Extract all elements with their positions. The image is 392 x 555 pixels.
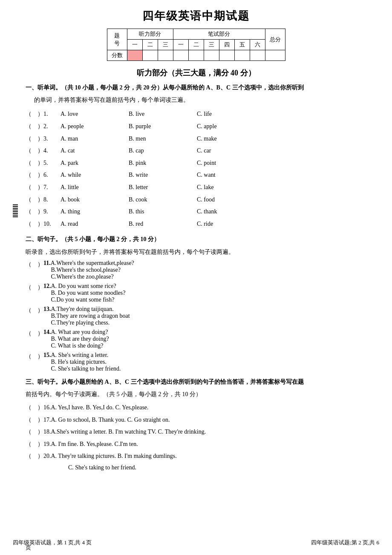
paren: （ ） [26,426,43,438]
paren: （ ） [26,133,43,145]
score-l2-value [142,50,158,61]
paren: （ ） [26,307,43,314]
paren: （ ） [26,182,43,193]
part3-label2: 前括号内。每个句子读两遍。（共 5 小题，每小题 2 分，共 10 分） [26,389,366,400]
list-item: （ ）13.A.They're doing taijiquan. B.They … [26,306,366,326]
choice-c: C. car [197,145,211,157]
choice-b: B. pink [129,158,197,169]
footer-right: 四年级英语试题;第 2 页,共 6 [311,539,379,546]
paren: （ ） [26,206,43,218]
choice-b: B. write [129,170,197,181]
sentence-line: C.Do you want some fish? [43,296,366,303]
paren: （ ） [26,261,43,268]
choice-c: C. apple [197,121,217,132]
choice-b: B. live [129,109,197,120]
score-w5-value [234,50,250,61]
paren: （ ） [26,402,43,414]
sentence-content: 14.A. What are you doing? B. What are th… [43,329,366,349]
q-num-line: 11.A.Where's the supermatket,please? [43,260,366,267]
list-item: （ ）4.A. catB. capC. car [26,145,366,157]
margin-decoration [13,204,18,217]
choice-c: C. make [197,133,217,145]
choice-a: A. thing [61,206,129,218]
list-item: （ ）12.A. Do you want some rice? B. Do yo… [26,283,366,303]
choice-a: A. cat [61,145,129,157]
sentence-line: B.Where's the school,please? [43,267,366,273]
choice-c: C. lake [197,182,214,193]
list-item: （ ）6.A. whileB. writeC. want [26,170,366,181]
list-item: （ ）15.A. She's writing a letter. B. He's… [26,352,366,372]
paren: （ ） [26,330,43,337]
choice-a: A. love [61,109,129,120]
q-num: 16. [43,404,51,411]
paren: （ ） [26,414,43,426]
q-num: 18. [43,428,51,435]
q-num: 17. [43,417,51,423]
part3-questions: （ ）16.A. Yes,I have. B. Yes,I do. C. Yes… [26,402,366,474]
listening-section-title: 听力部分（共三大题，满分 40 分） [26,68,366,78]
part1-questions: （ ）1.A. loveB. liveC. life（ ）2.A. people… [26,109,366,230]
list-item: （ ）19.A. I'm fine. B. Yes,please. C.I'm … [26,439,366,450]
sentence-content: 12.A. Do you want some rice? B. Do you w… [43,283,366,303]
choice-b: B. this [129,206,197,218]
sentence-line: C. What is she doing? [43,342,366,349]
q-num: 5. [43,158,61,169]
list-item: （ ）11.A.Where's the supermatket,please? … [26,260,366,280]
q-inline: A. I'm fine. B. Yes,please. C.I'm ten. [51,441,138,447]
choice-a: A. park [61,158,129,169]
score-table-l1: 一 [127,40,142,50]
part2-instruction: 听录音，选出你所听到句子，并将答案标号写在题前括号内，每个句子读两遍。 [26,247,366,257]
q-num: 2. [43,121,61,132]
paren: （ ） [26,158,43,169]
sentence-line: B. What are they doing? [43,336,366,342]
sentence-content: 11.A.Where's the supermatket,please? B.W… [43,260,366,280]
q-num-line: 14.A. What are you doing? [43,329,366,336]
score-w4-value [219,50,234,61]
choice-b: B. red [129,219,197,230]
q-num-line: 12.A. Do you want some rice? [43,283,366,290]
score-table-l3: 三 [158,40,173,50]
list-item: （ ）18.A.She's writing a letter. B. I'm w… [26,426,366,438]
q-inline: A. Go to school, B. Thank you. C. Go str… [51,417,170,423]
choice-b: B. cap [129,145,197,157]
score-w1-value [173,50,188,61]
score-total-value [265,50,285,61]
list-item: （ ）17.A. Go to school, B. Thank you. C. … [26,414,366,426]
sentence-line: B. Do you want some noodles? [43,290,366,296]
choice-c: C. thank [197,206,217,218]
paren: （ ） [26,451,43,462]
q-num-line: 15.A. She's writing a letter. [43,352,366,359]
q-num: 6. [43,170,61,181]
score-table-w6: 六 [250,40,265,50]
q-num: 4. [43,145,61,157]
sentence-line: C.Where's the zoo,please? [43,273,366,280]
choice-a: A. little [61,182,129,193]
score-table-w3: 三 [204,40,219,50]
paren: （ ） [26,121,43,132]
list-item: （ ）5.A. parkB. pinkC. point [26,158,366,169]
choice-a: A. people [61,121,129,132]
list-item: （ ）3.A. manB. menC. make [26,133,366,145]
choice-a: A. man [61,133,129,145]
footer: 四年级英语试题，第 1 页,共 4 页 四年级英语试题;第 2 页,共 6 [0,539,392,546]
choice-c: C. want [197,170,216,181]
choice-b: B. purple [129,121,197,132]
page-title: 四年级英语中期试题 [26,9,366,23]
q-inline: A. Yes,I have. B. Yes,I do. C. Yes,pleas… [51,404,149,411]
list-item: （ ）7.A. littleB. letterC. lake [26,182,366,193]
sentence-content: 13.A.They're doing taijiquan. B.They are… [43,306,366,326]
score-l3-value [158,50,173,61]
list-item: （ ）20.A. They're talking pictures. B. I'… [26,451,366,473]
paren: （ ） [26,145,43,157]
list-item: （ ）10.A. readB. redC. ride [26,219,366,230]
q-num: 1. [43,109,61,120]
choice-b: B. men [129,133,197,145]
choice-a: A. book [61,194,129,206]
part3-label: 三、听句子。从每小题所给的 A、B、C 三个选项中选出你所听到的句子的恰当答语，… [26,377,366,387]
part2-questions: （ ）11.A.Where's the supermatket,please? … [26,260,366,372]
score-w6-value [250,50,265,61]
choice-b: B. letter [129,182,197,193]
choice-a: A. while [61,170,129,181]
paren: （ ） [26,109,43,120]
q-num: 3. [43,133,61,145]
